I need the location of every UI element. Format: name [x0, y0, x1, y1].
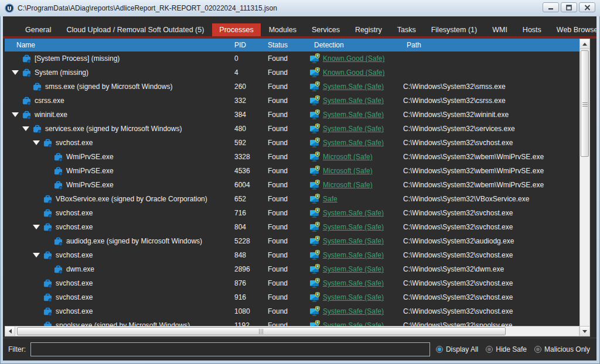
table-row[interactable]: svchost.exe 804 Found System.Safe (Safe)… — [5, 220, 579, 234]
scroll-left-button[interactable] — [5, 327, 15, 336]
radio-label: Malicious Only — [544, 345, 590, 353]
detection-link[interactable]: Microsoft (Safe) — [323, 153, 373, 161]
detection-link[interactable]: System.Safe (Safe) — [323, 293, 384, 301]
table-row[interactable]: spoolsv.exe (signed by Microsoft Windows… — [5, 318, 579, 326]
detection-link[interactable]: System.Safe (Safe) — [323, 125, 384, 133]
detection-link[interactable]: System.Safe (Safe) — [323, 83, 384, 91]
tab-processes[interactable]: Processes — [212, 23, 260, 36]
expander-triangle-icon[interactable] — [43, 183, 54, 187]
radio-hide-safe[interactable]: Hide Safe — [486, 345, 527, 353]
detection-link[interactable]: Known.Good (Safe) — [323, 54, 384, 63]
title-bar[interactable]: U C:\ProgramData\ADiag\reports\AdliceRep… — [0, 0, 600, 16]
process-icon — [54, 167, 63, 176]
tab-registry[interactable]: Registry — [348, 23, 389, 36]
tab-general[interactable]: General — [18, 23, 58, 36]
table-row[interactable]: System (missing) 4 Found Known.Good (Saf… — [5, 66, 579, 80]
tab-services[interactable]: Services — [305, 23, 347, 36]
expander-triangle-icon[interactable] — [33, 281, 43, 286]
expander-triangle-icon[interactable] — [33, 211, 43, 215]
table-row[interactable]: dwm.exe 2896 Found System.Safe (Safe) C:… — [5, 262, 579, 276]
detection-link[interactable]: System.Safe (Safe) — [323, 251, 384, 259]
vertical-scroll-thumb[interactable] — [581, 50, 589, 157]
expander-triangle-icon[interactable] — [22, 126, 33, 131]
table-row[interactable]: [System Process] (missing) 0 Found Known… — [5, 51, 579, 66]
filter-input[interactable] — [30, 342, 430, 356]
table-row[interactable]: svchost.exe 916 Found System.Safe (Safe)… — [5, 290, 579, 304]
tab-wmi[interactable]: WMI — [485, 23, 514, 36]
horizontal-scrollbar[interactable] — [5, 326, 579, 336]
detection-link[interactable]: System.Safe (Safe) — [323, 265, 384, 273]
radio-malicious-only[interactable]: Malicious Only — [534, 345, 590, 353]
column-header-path[interactable]: Path — [402, 41, 579, 49]
column-header-detection[interactable]: Detection — [309, 41, 402, 49]
table-row[interactable]: VBoxService.exe (signed by Oracle Corpor… — [5, 192, 579, 206]
arrow-down-icon — [582, 330, 587, 333]
tab-modules[interactable]: Modules — [262, 23, 304, 36]
expander-triangle-icon[interactable] — [33, 225, 43, 229]
radio-display-all[interactable]: Display All — [436, 345, 478, 353]
expander-triangle-icon[interactable] — [43, 239, 54, 243]
detection-link[interactable]: System.Safe (Safe) — [323, 139, 384, 147]
process-path: C:\Windows\System32\smss.exe — [402, 83, 579, 91]
detection-link[interactable]: System.Safe (Safe) — [323, 223, 384, 231]
expander-triangle-icon[interactable] — [12, 112, 22, 117]
table-row[interactable]: svchost.exe 876 Found System.Safe (Safe)… — [5, 276, 579, 290]
expander-triangle-icon[interactable] — [43, 169, 54, 173]
table-row[interactable]: svchost.exe 592 Found System.Safe (Safe)… — [5, 136, 579, 150]
table-row[interactable]: audiodg.exe (signed by Microsoft Windows… — [5, 234, 579, 248]
column-header-name[interactable]: Name — [5, 41, 231, 49]
expander-triangle-icon[interactable] — [12, 56, 22, 61]
table-row[interactable]: svchost.exe 1080 Found System.Safe (Safe… — [5, 304, 579, 318]
process-path: C:\Windows\System32\dwm.exe — [402, 265, 579, 273]
scroll-down-button[interactable] — [580, 326, 589, 336]
detection-link[interactable]: Known.Good (Safe) — [323, 68, 384, 77]
expander-triangle-icon[interactable] — [12, 70, 22, 75]
table-row[interactable]: svchost.exe 716 Found System.Safe (Safe)… — [5, 206, 579, 220]
horizontal-scroll-thumb[interactable] — [17, 327, 506, 335]
detection-link[interactable]: System.Safe (Safe) — [323, 237, 384, 245]
detection-link[interactable]: System.Safe (Safe) — [323, 111, 384, 119]
table-row[interactable]: csrss.exe 332 Found System.Safe (Safe) C… — [5, 94, 579, 108]
expander-triangle-icon[interactable] — [43, 154, 54, 159]
tab-filesystem-1[interactable]: Filesystem (1) — [424, 23, 484, 36]
detection-link[interactable]: System.Safe (Safe) — [323, 209, 384, 217]
expander-triangle-icon[interactable] — [12, 98, 22, 103]
table-row[interactable]: svchost.exe 848 Found System.Safe (Safe)… — [5, 248, 579, 262]
detection-link[interactable]: System.Safe (Safe) — [323, 307, 384, 315]
detection-link[interactable]: System.Safe (Safe) — [323, 97, 384, 105]
table-row[interactable]: services.exe (signed by Microsoft Window… — [5, 122, 579, 136]
scroll-up-button[interactable] — [580, 39, 589, 49]
detection-link[interactable]: Safe — [323, 195, 338, 203]
tab-web-browsers[interactable]: Web Browsers — [550, 23, 596, 36]
process-icon — [22, 68, 31, 77]
process-name: WmiPrvSE.exe — [66, 167, 114, 175]
close-button[interactable] — [579, 2, 595, 12]
table-row[interactable]: smss.exe (signed by Microsoft Windows) 2… — [5, 80, 579, 94]
expander-triangle-icon[interactable] — [22, 84, 33, 89]
tab-tasks[interactable]: Tasks — [390, 23, 423, 36]
detection-link[interactable]: System.Safe (Safe) — [323, 279, 384, 287]
detection-shield-icon — [309, 138, 320, 148]
table-row[interactable]: wininit.exe 384 Found System.Safe (Safe)… — [5, 108, 579, 122]
expander-triangle-icon[interactable] — [33, 309, 43, 314]
table-row[interactable]: WmiPrvSE.exe 6004 Found Microsoft (Safe)… — [5, 178, 579, 192]
detection-link[interactable]: Microsoft (Safe) — [323, 181, 373, 189]
table-row[interactable]: WmiPrvSE.exe 3328 Found Microsoft (Safe)… — [5, 150, 579, 164]
expander-triangle-icon[interactable] — [33, 295, 43, 300]
expander-triangle-icon[interactable] — [33, 253, 43, 257]
minimize-button[interactable] — [543, 2, 559, 12]
process-icon — [43, 279, 52, 288]
tab-hosts[interactable]: Hosts — [516, 23, 548, 36]
process-status: Found — [265, 181, 309, 189]
vertical-scrollbar[interactable] — [579, 39, 590, 336]
maximize-button[interactable] — [561, 2, 577, 12]
expander-triangle-icon[interactable] — [33, 140, 43, 145]
table-row[interactable]: WmiPrvSE.exe 4536 Found Microsoft (Safe)… — [5, 164, 579, 178]
column-header-pid[interactable]: PID — [231, 41, 265, 49]
detection-link[interactable]: Microsoft (Safe) — [323, 167, 373, 175]
expander-triangle-icon[interactable] — [33, 197, 43, 201]
detection-link[interactable]: System.Safe (Safe) — [323, 321, 384, 326]
expander-triangle-icon[interactable] — [43, 267, 54, 272]
tab-cloud-upload-removal-soft-outdated-5[interactable]: Cloud Upload / Removal Soft Outdated (5) — [59, 23, 211, 36]
column-header-status[interactable]: Status — [265, 41, 309, 49]
